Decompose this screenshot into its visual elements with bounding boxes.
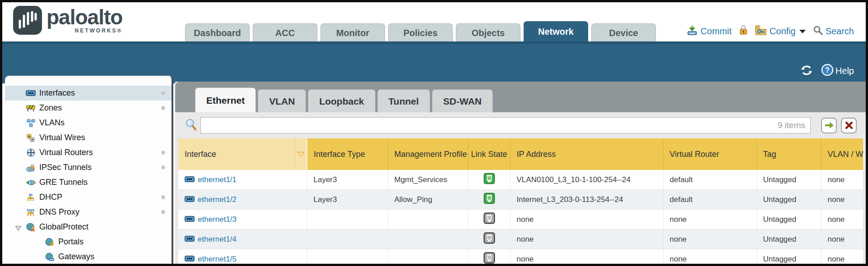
table-row: ethernet1/5 none none Untagged none xyxy=(178,249,863,266)
cell-ip-address: none xyxy=(510,229,663,249)
sidebar-item-zones[interactable]: Zones xyxy=(5,101,172,115)
cell-vlan-wire: none xyxy=(821,170,863,190)
logo-sub-text: NETWORKS® xyxy=(75,28,123,34)
config-button[interactable]: Config xyxy=(755,25,806,37)
tab-acc[interactable]: ACC xyxy=(253,23,317,41)
cell-virtual-router: none xyxy=(663,210,757,229)
interface-link[interactable]: ethernet1/5 xyxy=(198,255,237,264)
item-dot xyxy=(161,210,165,214)
column-header-interface[interactable]: Interface xyxy=(178,138,295,170)
tab-monitor[interactable]: Monitor xyxy=(320,23,385,41)
sidebar-item-virtual-wires[interactable]: Virtual Wires xyxy=(5,130,172,145)
cell-management-profile xyxy=(388,229,468,249)
subtab-sd-wan[interactable]: SD-WAN xyxy=(432,89,493,112)
sidebar-item-virtual-routers[interactable]: Virtual Routers xyxy=(5,145,172,160)
column-header-management-profile[interactable]: Management Profile xyxy=(388,138,468,170)
cell-link-state[interactable] xyxy=(468,190,510,210)
network-sidebar: Interfaces Zones VLANs Virtual Wires Vir… xyxy=(5,76,173,264)
table-row: ethernet1/4 none none Untagged none xyxy=(178,229,863,249)
interface-link[interactable]: ethernet1/2 xyxy=(198,195,237,204)
interface-link[interactable]: ethernet1/1 xyxy=(198,175,237,184)
column-header-link-state[interactable]: Link State xyxy=(468,138,510,170)
subtab-tunnel[interactable]: Tunnel xyxy=(377,89,430,112)
sidebar-item-dns-proxy[interactable]: DNS DNS Proxy xyxy=(5,205,172,220)
column-header-interface-type[interactable]: Interface Type xyxy=(307,138,388,170)
subtab-loopback[interactable]: Loopback xyxy=(308,89,375,112)
cell-virtual-router: default xyxy=(663,170,757,190)
sort-dropdown-icon[interactable] xyxy=(295,138,307,170)
svg-text:IP: IP xyxy=(29,193,32,197)
cell-management-profile xyxy=(388,249,468,266)
subtab-vlan[interactable]: VLAN xyxy=(258,89,306,112)
sidebar-item-gateways[interactable]: Gateways xyxy=(5,249,172,264)
interface-link[interactable]: ethernet1/4 xyxy=(198,235,237,244)
tab-policies[interactable]: Policies xyxy=(388,23,453,41)
cell-tag: Untagged xyxy=(757,229,821,249)
interface-icon xyxy=(185,195,195,204)
item-dot xyxy=(161,106,165,110)
config-icon xyxy=(755,25,767,37)
item-dot xyxy=(161,195,165,199)
sidebar-item-dhcp[interactable]: IP DHCP xyxy=(5,190,172,205)
top-header: paloalto NETWORKS® DashboardACCMonitorPo… xyxy=(2,2,866,41)
interface-icon xyxy=(185,215,195,224)
clear-x-icon xyxy=(845,121,853,129)
svg-text:?: ? xyxy=(825,66,830,74)
cell-interface-type xyxy=(307,229,388,249)
clear-filter-button[interactable] xyxy=(841,118,857,133)
sidebar-item-interfaces[interactable]: Interfaces xyxy=(5,86,172,101)
interfaces-table: Interface Interface TypeManagement Profi… xyxy=(178,138,863,266)
expand-arrow-icon[interactable] xyxy=(15,224,22,230)
dhcp-icon: IP xyxy=(26,193,36,202)
cell-link-state[interactable] xyxy=(468,210,510,229)
column-header-tag[interactable]: Tag xyxy=(757,138,821,170)
main-panel: EthernetVLANLoopbackTunnelSD-WAN 9 items xyxy=(175,82,866,264)
tab-objects[interactable]: Objects xyxy=(456,23,520,41)
lock-button[interactable] xyxy=(739,25,748,38)
logo-brand-text: paloalto xyxy=(46,6,122,28)
globalprotect-icon xyxy=(26,223,36,231)
apply-filter-button[interactable] xyxy=(821,118,837,133)
sidebar-item-vlans[interactable]: VLANs xyxy=(5,115,172,130)
cell-ip-address: VLAN0100_L3_10-1-100-254--24 xyxy=(510,170,663,190)
subtab-ethernet[interactable]: Ethernet xyxy=(195,87,256,112)
filter-input[interactable] xyxy=(200,117,811,133)
cell-link-state[interactable] xyxy=(468,229,510,249)
cell-link-state[interactable] xyxy=(468,170,510,190)
commit-button[interactable]: Commit xyxy=(687,25,732,38)
app-window: paloalto NETWORKS® DashboardACCMonitorPo… xyxy=(0,0,868,266)
table-row: ethernet1/1 Layer3 Mgmt_Services VLAN010… xyxy=(178,170,863,190)
link-down-icon xyxy=(483,252,495,264)
vlans-icon xyxy=(26,119,36,127)
column-header-virtual-router[interactable]: Virtual Router xyxy=(663,138,757,170)
refresh-icon[interactable] xyxy=(800,64,813,78)
sidebar-item-gre-tunnels[interactable]: GRE Tunnels xyxy=(5,175,172,190)
tab-device[interactable]: Device xyxy=(591,23,656,41)
tab-dashboard[interactable]: Dashboard xyxy=(185,23,250,41)
cell-virtual-router: default xyxy=(663,190,757,210)
cell-ip-address: none xyxy=(510,210,663,229)
help-button[interactable]: ? Help xyxy=(821,64,854,78)
cell-link-state[interactable] xyxy=(468,249,510,266)
table-row: ethernet1/3 none none Untagged none xyxy=(178,210,863,229)
search-button[interactable]: Search xyxy=(813,25,854,37)
header-actions: Commit xyxy=(687,25,854,38)
tab-network[interactable]: Network xyxy=(524,21,588,41)
interface-icon xyxy=(185,175,195,184)
item-dot xyxy=(161,91,165,95)
interface-link[interactable]: ethernet1/3 xyxy=(198,215,237,224)
column-header-ip-address[interactable]: IP Address xyxy=(510,138,663,170)
help-label: Help xyxy=(836,66,854,76)
cell-tag: Untagged xyxy=(757,249,821,266)
sidebar-item-ipsec-tunnels[interactable]: IPSec Tunnels xyxy=(5,160,172,175)
cell-ip-address: Internet_L3_203-0-113-254--24 xyxy=(510,190,663,210)
sidebar-item-portals[interactable]: Portals xyxy=(5,234,172,249)
ipsec-tunnels-icon xyxy=(26,164,36,172)
gateways-icon xyxy=(45,253,55,261)
lock-icon xyxy=(739,25,748,38)
dns-proxy-icon: DNS xyxy=(26,208,36,216)
interfaces-icon xyxy=(26,89,36,97)
help-icon: ? xyxy=(821,64,834,78)
sidebar-item-globalprotect[interactable]: GlobalProtect xyxy=(5,220,172,234)
column-header-vlan-wire[interactable]: VLAN / Wire xyxy=(821,138,863,170)
